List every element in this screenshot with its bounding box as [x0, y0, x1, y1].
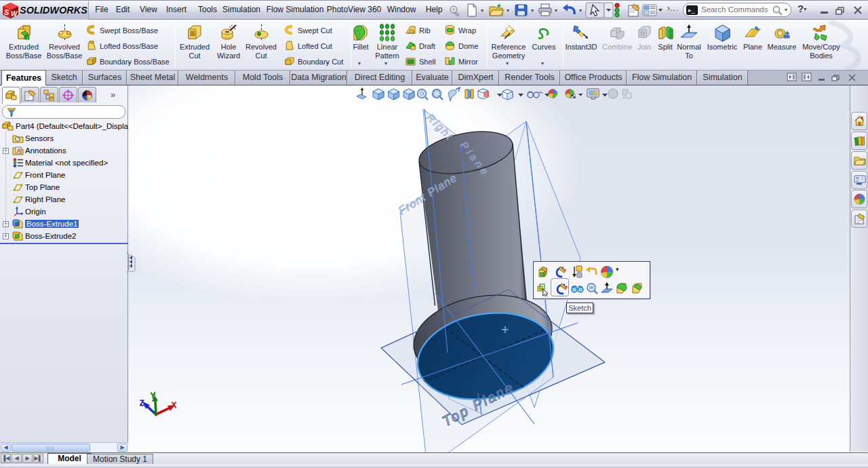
svg-text:W: W: [11, 10, 18, 18]
svg-text:A: A: [17, 147, 22, 154]
svg-text:Y: Y: [151, 391, 155, 399]
svg-text:Z: Z: [140, 399, 144, 407]
svg-text:S: S: [4, 8, 9, 16]
svg-text:X: X: [172, 401, 176, 409]
